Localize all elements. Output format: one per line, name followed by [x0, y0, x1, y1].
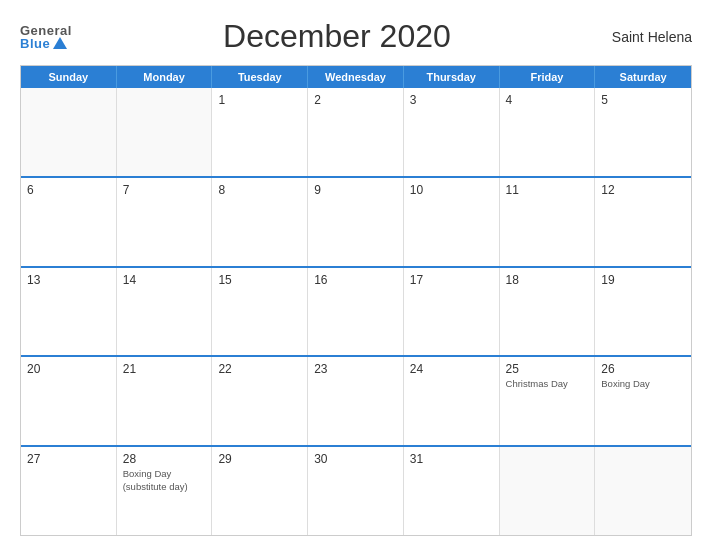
calendar-event: (substitute day) — [123, 481, 206, 493]
calendar-cell: 25Christmas Day — [500, 357, 596, 445]
calendar-cell: 4 — [500, 88, 596, 176]
calendar-cell — [117, 88, 213, 176]
page: General Blue December 2020 Saint Helena … — [0, 0, 712, 550]
day-number: 2 — [314, 93, 397, 107]
calendar: SundayMondayTuesdayWednesdayThursdayFrid… — [20, 65, 692, 536]
day-number: 27 — [27, 452, 110, 466]
calendar-week-1: 12345 — [21, 88, 691, 178]
calendar-body: 1234567891011121314151617181920212223242… — [21, 88, 691, 535]
day-header-saturday: Saturday — [595, 66, 691, 88]
calendar-cell: 20 — [21, 357, 117, 445]
day-header-monday: Monday — [117, 66, 213, 88]
calendar-cell: 11 — [500, 178, 596, 266]
calendar-cell: 7 — [117, 178, 213, 266]
calendar-cell — [595, 447, 691, 535]
calendar-header-row: SundayMondayTuesdayWednesdayThursdayFrid… — [21, 66, 691, 88]
day-number: 20 — [27, 362, 110, 376]
calendar-cell: 6 — [21, 178, 117, 266]
calendar-week-5: 2728Boxing Day(substitute day)293031 — [21, 447, 691, 535]
calendar-cell: 23 — [308, 357, 404, 445]
day-number: 24 — [410, 362, 493, 376]
day-number: 22 — [218, 362, 301, 376]
day-header-thursday: Thursday — [404, 66, 500, 88]
calendar-cell: 9 — [308, 178, 404, 266]
day-number: 9 — [314, 183, 397, 197]
calendar-cell: 24 — [404, 357, 500, 445]
day-number: 29 — [218, 452, 301, 466]
calendar-cell: 8 — [212, 178, 308, 266]
day-header-tuesday: Tuesday — [212, 66, 308, 88]
calendar-cell: 3 — [404, 88, 500, 176]
day-number: 28 — [123, 452, 206, 466]
calendar-week-2: 6789101112 — [21, 178, 691, 268]
day-number: 1 — [218, 93, 301, 107]
calendar-cell: 17 — [404, 268, 500, 356]
calendar-cell: 27 — [21, 447, 117, 535]
calendar-cell — [21, 88, 117, 176]
calendar-cell — [500, 447, 596, 535]
region-label: Saint Helena — [602, 29, 692, 45]
day-number: 5 — [601, 93, 685, 107]
day-number: 11 — [506, 183, 589, 197]
day-number: 12 — [601, 183, 685, 197]
calendar-cell: 29 — [212, 447, 308, 535]
day-number: 18 — [506, 273, 589, 287]
day-number: 14 — [123, 273, 206, 287]
calendar-cell: 2 — [308, 88, 404, 176]
logo-triangle-icon — [53, 37, 67, 49]
calendar-week-4: 202122232425Christmas Day26Boxing Day — [21, 357, 691, 447]
calendar-cell: 30 — [308, 447, 404, 535]
calendar-event: Christmas Day — [506, 378, 589, 390]
day-header-friday: Friday — [500, 66, 596, 88]
day-number: 19 — [601, 273, 685, 287]
day-number: 26 — [601, 362, 685, 376]
calendar-cell: 21 — [117, 357, 213, 445]
calendar-cell: 13 — [21, 268, 117, 356]
calendar-cell: 10 — [404, 178, 500, 266]
calendar-cell: 26Boxing Day — [595, 357, 691, 445]
calendar-title: December 2020 — [72, 18, 602, 55]
day-header-wednesday: Wednesday — [308, 66, 404, 88]
day-header-sunday: Sunday — [21, 66, 117, 88]
day-number: 8 — [218, 183, 301, 197]
calendar-cell: 5 — [595, 88, 691, 176]
day-number: 16 — [314, 273, 397, 287]
logo-general-text: General — [20, 24, 72, 37]
day-number: 3 — [410, 93, 493, 107]
day-number: 25 — [506, 362, 589, 376]
calendar-week-3: 13141516171819 — [21, 268, 691, 358]
calendar-event: Boxing Day — [123, 468, 206, 480]
calendar-event: Boxing Day — [601, 378, 685, 390]
day-number: 13 — [27, 273, 110, 287]
calendar-cell: 18 — [500, 268, 596, 356]
calendar-cell: 16 — [308, 268, 404, 356]
calendar-cell: 1 — [212, 88, 308, 176]
calendar-cell: 31 — [404, 447, 500, 535]
calendar-cell: 22 — [212, 357, 308, 445]
day-number: 15 — [218, 273, 301, 287]
day-number: 31 — [410, 452, 493, 466]
day-number: 21 — [123, 362, 206, 376]
day-number: 6 — [27, 183, 110, 197]
day-number: 4 — [506, 93, 589, 107]
day-number: 30 — [314, 452, 397, 466]
day-number: 7 — [123, 183, 206, 197]
header: General Blue December 2020 Saint Helena — [20, 18, 692, 55]
calendar-cell: 19 — [595, 268, 691, 356]
day-number: 10 — [410, 183, 493, 197]
calendar-cell: 14 — [117, 268, 213, 356]
calendar-cell: 15 — [212, 268, 308, 356]
day-number: 23 — [314, 362, 397, 376]
calendar-cell: 12 — [595, 178, 691, 266]
calendar-cell: 28Boxing Day(substitute day) — [117, 447, 213, 535]
logo-blue-text: Blue — [20, 37, 67, 50]
day-number: 17 — [410, 273, 493, 287]
logo: General Blue — [20, 24, 72, 50]
